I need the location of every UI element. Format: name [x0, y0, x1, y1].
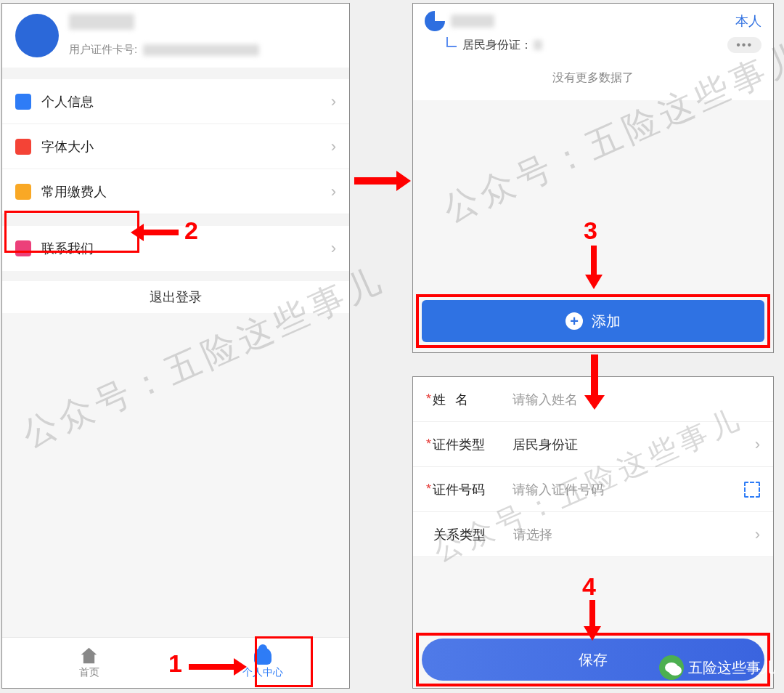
chevron-right-icon: › [331, 92, 336, 111]
wechat-icon [659, 655, 684, 680]
payer-id-row[interactable]: 居民身份证： ••• [413, 34, 773, 63]
wechat-badge: 五险这些事儿 [659, 655, 775, 680]
chevron-right-icon: › [755, 435, 760, 454]
step-number-1: 1 [168, 649, 182, 678]
annotation-arrow [142, 230, 179, 235]
menu-font-size[interactable]: 字体大小 › [2, 124, 349, 169]
logout-button[interactable]: 退出登录 [2, 271, 349, 313]
home-icon [81, 647, 98, 665]
field-id-type[interactable]: *证件类型 居民身份证 › [413, 422, 773, 467]
corner-icon [446, 37, 457, 47]
scan-icon[interactable] [744, 482, 760, 498]
tab-home[interactable]: 首页 [2, 638, 176, 688]
id-label: 用户证件卡号: [69, 43, 137, 57]
relation-select[interactable]: 请选择 [513, 526, 755, 543]
empty-text: 没有更多数据了 [413, 63, 773, 100]
annotation-highlight [416, 294, 770, 348]
annotation-arrow [591, 246, 597, 276]
field-id-number[interactable]: *证件号码 请输入证件号码 [413, 467, 773, 512]
person-icon [15, 94, 31, 110]
chevron-right-icon: › [331, 182, 336, 201]
id-number-input[interactable]: 请输入证件号码 [513, 481, 744, 498]
add-payer-form: *姓 名 请输入姓名 *证件类型 居民身份证 › *证件号码 请输入证件号码 关… [412, 376, 774, 689]
user-name [69, 14, 336, 33]
profile-screen: 用户证件卡号: 个人信息 › 字体大小 › 常用缴费人 › 联系我们 › 退出登… [1, 3, 350, 689]
step-number-3: 3 [584, 216, 597, 245]
annotation-arrow [589, 600, 595, 628]
annotation-arrow [591, 354, 598, 397]
chevron-right-icon: › [331, 239, 336, 258]
user-id-line: 用户证件卡号: [69, 43, 336, 57]
settings-menu: 个人信息 › 字体大小 › 常用缴费人 › 联系我们 › [2, 79, 349, 271]
payer-header: 本人 [413, 4, 773, 34]
text-icon [15, 139, 31, 155]
avatar[interactable] [15, 14, 59, 57]
logo-icon [425, 11, 445, 31]
menu-personal-info[interactable]: 个人信息 › [2, 79, 349, 124]
step-number-2: 2 [184, 216, 198, 245]
field-relation[interactable]: 关系类型 请选择 › [413, 512, 773, 557]
tab-user-center[interactable]: 个人中心 [176, 638, 349, 688]
wallet-icon [15, 184, 31, 200]
step-number-4: 4 [582, 572, 596, 601]
profile-header: 用户证件卡号: [2, 4, 349, 68]
annotation-arrow [189, 664, 235, 670]
more-icon[interactable]: ••• [727, 37, 761, 53]
chevron-right-icon: › [755, 525, 760, 544]
name-input[interactable]: 请输入姓名 [513, 391, 760, 408]
user-icon [254, 647, 271, 665]
id-type-label: 居民身份证： [462, 38, 532, 53]
chat-icon [15, 240, 31, 256]
id-type-value: 居民身份证 [513, 436, 755, 453]
annotation-arrow [354, 177, 398, 185]
payer-list-screen: 本人 居民身份证： ••• 没有更多数据了 + 添加 [412, 3, 774, 353]
menu-frequent-payer[interactable]: 常用缴费人 › [2, 169, 349, 214]
chevron-right-icon: › [331, 137, 336, 156]
self-badge: 本人 [735, 12, 761, 30]
